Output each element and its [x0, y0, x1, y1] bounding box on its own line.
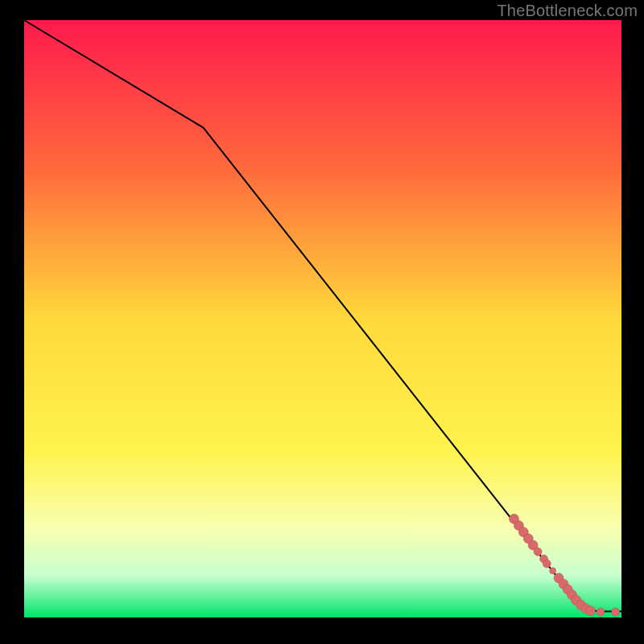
data-marker — [543, 559, 551, 568]
data-marker — [612, 608, 620, 616]
chart-container: TheBottleneck.com — [0, 0, 644, 644]
plot-background — [24, 20, 621, 617]
data-marker — [550, 568, 556, 574]
data-marker — [585, 606, 595, 616]
watermark-text: TheBottleneck.com — [497, 2, 638, 20]
data-marker — [534, 547, 542, 555]
chart-svg — [0, 0, 644, 644]
data-marker — [597, 608, 605, 616]
